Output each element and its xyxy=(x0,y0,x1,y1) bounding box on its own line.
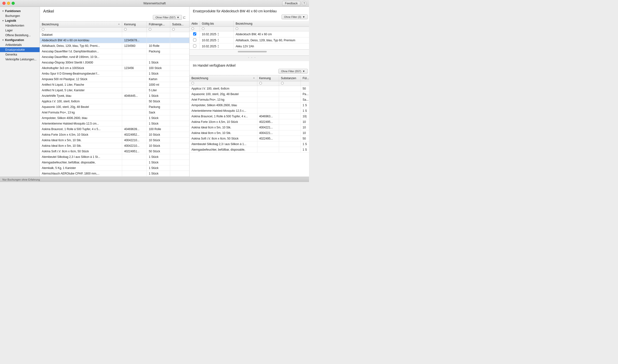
ersatz-date-spinner[interactable]: ▲▼ xyxy=(217,38,219,42)
sidebar-group-funktionen[interactable]: ▼ Funktionen xyxy=(0,9,39,13)
col-header-fuellmenge[interactable]: Füllmenge... xyxy=(147,22,170,27)
artikel-table-row[interactable]: Atemkalk, 5 Kg, 1 Kanister 1 Stück xyxy=(40,165,189,171)
ersatz-table-container[interactable]: Aktiv Gültig bis Bezeichnung xyxy=(190,21,309,50)
handel-kennung xyxy=(257,142,279,147)
handel-table-row[interactable]: Aquasonic 100, steril, 20g, 48 Beutel Pa… xyxy=(190,91,309,97)
sidebar-item-ersatzprodukte[interactable]: Ersatzprodukte xyxy=(0,47,39,52)
ersatz-aktiv-cell[interactable] xyxy=(190,31,200,38)
artikel-table-row[interactable]: Askina Brauncel, 1 Rolle á 500 Tupfer, 4… xyxy=(40,127,189,132)
handel-table-row[interactable]: Askina Forte 10cm x 4,5m, 10 Stück 40224… xyxy=(190,119,309,125)
artikel-table-row[interactable]: Askina Forte 10cm x 4,5m, 10 Stück 40224… xyxy=(40,132,189,138)
ersatz-aktiv-cell[interactable] xyxy=(190,43,200,50)
artikel-table-row[interactable]: Atemschlauch AEROtube CPAP, 1800 mm,... … xyxy=(40,171,189,176)
handel-col-kennung[interactable]: Kennung xyxy=(257,75,279,81)
artikel-table-row[interactable]: Askina Soft i.V. 8cm x 6cm, 50 Stück 402… xyxy=(40,149,189,154)
handel-table-row[interactable]: Atemgasbefeuchter, befüllbar, disposable… xyxy=(190,147,309,153)
ersatz-aktiv-checkbox[interactable] xyxy=(193,38,196,41)
handel-bezeichnung: Aquasonic 100, steril, 20g, 48 Beutel xyxy=(190,91,257,97)
artikel-table-row[interactable]: Atembeutel Silkobag 2,3 l aus Silikon á … xyxy=(40,154,189,160)
artikel-table-row[interactable]: Aesculap Dauerfilter, rund Ø 190mm, 10 S… xyxy=(40,54,189,60)
artikel-table-row[interactable]: Ampuwa 500 ml Plastipur, 12 Stück Karton xyxy=(40,77,189,82)
close-button[interactable] xyxy=(2,2,6,5)
col-header-bezeichnung[interactable]: Bezeichnung ▲ xyxy=(40,22,122,27)
sidebar-item-haendlerkonten[interactable]: Händlerkonten xyxy=(0,23,39,28)
artikel-col-radio-fuellmenge[interactable] xyxy=(149,28,151,31)
col-header-substanz[interactable]: Substa... xyxy=(170,22,189,27)
handel-table-row[interactable]: Applica I.V. 100, steril, 6x8cm 50 xyxy=(190,86,309,91)
ersatz-table-row[interactable]: 10.02.2025 ▲▼ Abdecktuch BW, 40 x 60 cm xyxy=(190,31,309,38)
ersatz-date-spinner[interactable]: ▲▼ xyxy=(217,32,219,36)
handel-table-row[interactable]: Askina Ideal 8cm x 5m, 10 Stk. 4004221..… xyxy=(190,130,309,136)
handel-table-row[interactable]: Atembeutel Silkobag 2,3 l aus Silikon á … xyxy=(190,142,309,147)
artikel-table-row[interactable]: Datatset xyxy=(40,32,189,38)
ersatz-date-spinner[interactable]: ▲▼ xyxy=(217,44,219,48)
artikel-table-row[interactable]: Aesculap Dauerfilter f.d. Dampfsterilisa… xyxy=(40,49,189,54)
handel-table-container[interactable]: Bezeichnung ▲ Kennung Substanzen xyxy=(190,75,309,177)
handel-table-row[interactable]: Askina Brauncel, 1 Rolle á 500 Tupfer, 4… xyxy=(190,114,309,119)
artikel-table-container[interactable]: Bezeichnung ▲ Kennung Füllmenge... Subst… xyxy=(40,21,189,177)
sidebar-item-lager[interactable]: Lager xyxy=(0,28,39,33)
handel-table-row[interactable]: Ariel Formula Pro+, 13 kg Sa... xyxy=(190,97,309,103)
ersatz-aktiv-checkbox[interactable] xyxy=(193,44,196,48)
artikel-col-radio-bezeichnung[interactable] xyxy=(42,28,44,31)
help-button[interactable]: ? xyxy=(302,1,307,6)
artikel-table-row[interactable]: Antifect N Liquid, 1 Liter, Flasche 1000… xyxy=(40,82,189,88)
ersatz-aktiv-checkbox[interactable] xyxy=(193,32,196,36)
artikel-table-row[interactable]: Ariel Formula Pro+, 13 kg Sack xyxy=(40,110,189,115)
ersatz-col-radio-gueltig[interactable] xyxy=(202,27,205,30)
artikel-col-radio-kennung[interactable] xyxy=(124,28,127,31)
handel-col-radio-bezeichnung[interactable] xyxy=(192,82,194,84)
ersatz-aktiv-cell[interactable] xyxy=(190,38,200,43)
handel-col-radio-substanzen[interactable] xyxy=(281,82,284,84)
handel-table-row[interactable]: Arterienklemme Halsted-Mosquito 12,5 c..… xyxy=(190,108,309,114)
artikel-table-row[interactable]: Ambu Spur II D Einweg-Beatmungsbeutel f.… xyxy=(40,71,189,77)
ersatz-table-row[interactable]: 10.02.2025 ▲▼ Abfallsack, Deiss, 120l, b… xyxy=(190,38,309,43)
artikel-table-row[interactable]: Aesculap-Ölspray 300ml Sterilit I JG600 … xyxy=(40,60,189,65)
artikel-bezeichnung: Armpolster, Silikon 4006.2600, blau xyxy=(40,115,122,121)
handel-table-row[interactable]: Askina Soft i.V. 8cm x 6cm, 50 Stück 402… xyxy=(190,136,309,142)
handel-col-bezeichnung[interactable]: Bezeichnung ▲ xyxy=(190,75,257,81)
ersatz-col-bezeichnung[interactable]: Bezeichnung xyxy=(234,21,309,27)
artikel-table-row[interactable]: Antifect N Liquid, 5 Liter, Kanister 5 L… xyxy=(40,88,189,93)
ersatz-table-row[interactable]: 10.02.2025 ▲▼ Akku 12V 2Ah xyxy=(190,43,309,50)
sidebar-group-logistik[interactable]: ▼ Logistik xyxy=(0,18,39,23)
sidebar-item-verknuepfte-leistungen[interactable]: Verknüpfte Leistungen... xyxy=(0,57,39,62)
artikel-table-row[interactable]: Arterienklemme Halsted-Mosquito 12,5 cm.… xyxy=(40,121,189,127)
feedback-button[interactable]: Feedback xyxy=(282,1,300,6)
handel-table-row[interactable]: Armpolster, Silikon 4006.2600, blau 1 S xyxy=(190,103,309,108)
sidebar-group-konfiguration[interactable]: ▼ Konfiguration xyxy=(0,38,39,42)
artikel-table-row[interactable]: Anziehhilfe Tyvek, blau 4046445... 1 Stü… xyxy=(40,93,189,99)
artikel-table-row[interactable]: Atemgasbefeuchter, befüllbar, disposable… xyxy=(40,160,189,165)
handel-col-substanzen[interactable]: Substanzen xyxy=(279,75,301,81)
ersatz-col-gueltig[interactable]: Gültig bis xyxy=(200,21,234,27)
artikel-filter-funnel-icon[interactable]: ⊏ xyxy=(183,15,186,19)
handel-col-radio-kennung[interactable] xyxy=(259,82,262,84)
sidebar-item-generika[interactable]: Generika xyxy=(0,52,39,57)
sidebar-item-buchungen[interactable]: Buchungen xyxy=(0,13,39,18)
ersatz-col-radio-aktiv[interactable] xyxy=(192,27,194,30)
artikel-table-row[interactable]: Abdecktuch BW 40 x 60 cm kornblau 123456… xyxy=(40,38,189,43)
handel-col-fuellmenge[interactable]: Fül... ⚙ xyxy=(301,75,309,81)
ersatz-col-radio-bezeichnung[interactable] xyxy=(236,27,238,30)
ersatz-filter-funnel-icon[interactable]: ⊏ xyxy=(309,15,309,19)
artikel-table-row[interactable]: Askina Ideal 6cm x 5m, 10 Stk. 40042210.… xyxy=(40,138,189,143)
artikel-table-row[interactable]: Armpolster, Silikon 4006.2600, blau 1 St… xyxy=(40,115,189,121)
artikel-table-row[interactable]: Applica I.V. 100, steril, 6x8cm 50 Stück xyxy=(40,99,189,104)
handel-table-row[interactable]: Askina Ideal 6cm x 5m, 10 Stk. 4004221..… xyxy=(190,125,309,130)
artikel-table-row[interactable]: Alkoholtupfer 3x3 cm a 100Stück 123456 1… xyxy=(40,65,189,71)
ersatz-filter-button[interactable]: Ohne Filter (3) ▼ xyxy=(282,14,308,19)
col-header-kennung[interactable]: Kennung xyxy=(122,22,147,27)
ersatz-col-aktiv[interactable]: Aktiv xyxy=(190,21,200,27)
handel-filter-funnel-icon[interactable]: ⊏ xyxy=(309,69,309,73)
ersatz-scrollbar[interactable] xyxy=(238,51,267,52)
sidebar-item-artikeldetails[interactable]: Artikeldetails xyxy=(0,42,39,47)
artikel-table-row[interactable]: Abfallsack, Deiss, 120l, blau, Typ 60, P… xyxy=(40,43,189,49)
artikel-filter-button[interactable]: Ohne Filter (557) ▼ xyxy=(153,15,182,20)
sidebar-item-offene-bestellung[interactable]: Offene Bestellung... xyxy=(0,33,39,38)
maximize-button[interactable] xyxy=(12,2,15,5)
minimize-button[interactable] xyxy=(7,2,10,5)
artikel-table-row[interactable]: Aquasonic 100, steril, 20g, 48 Beutel Pa… xyxy=(40,104,189,110)
artikel-col-radio-substanz[interactable] xyxy=(172,28,175,31)
handel-filter-button[interactable]: Ohne Filter (557) ▼ xyxy=(278,69,308,74)
artikel-table-row[interactable]: Askina Ideal 8cm x 5m, 10 Stk. 40042210.… xyxy=(40,143,189,149)
